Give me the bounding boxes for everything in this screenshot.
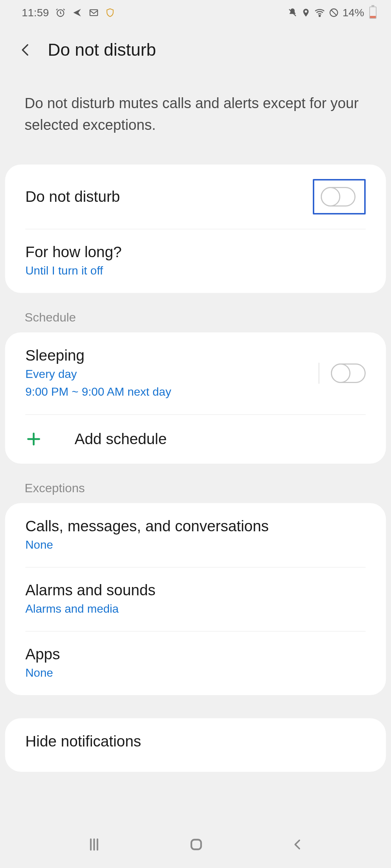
wifi-icon <box>314 7 325 18</box>
status-left: 11:59 <box>22 7 115 19</box>
dnd-toggle-focus <box>313 179 366 214</box>
duration-label: For how long? <box>25 243 366 261</box>
row-calls[interactable]: Calls, messages, and conversations None <box>5 503 386 567</box>
card-schedule: Sleeping Every day 9:00 PM ~ 9:00 AM nex… <box>5 332 386 463</box>
toggle-thumb <box>331 363 350 383</box>
shield-icon <box>105 8 115 17</box>
duration-value: Until I turn it off <box>25 263 366 278</box>
card-hide-notifications: Hide notifications <box>5 718 386 772</box>
sleeping-toggle[interactable] <box>331 363 366 383</box>
gmail-icon <box>89 8 99 18</box>
add-schedule-label: Add schedule <box>75 430 167 448</box>
nav-recents[interactable] <box>86 837 102 852</box>
battery-icon <box>369 7 377 19</box>
svg-rect-9 <box>192 840 201 850</box>
back-button[interactable] <box>18 42 33 58</box>
dnd-toggle[interactable] <box>321 187 356 207</box>
hide-notifications-title: Hide notifications <box>25 733 366 750</box>
sleeping-sub2: 9:00 PM ~ 9:00 AM next day <box>25 384 319 400</box>
row-alarms[interactable]: Alarms and sounds Alarms and media <box>5 567 386 631</box>
plus-icon <box>25 431 42 447</box>
send-icon <box>72 8 82 18</box>
location-icon <box>301 8 311 17</box>
toggle-thumb <box>321 187 340 207</box>
alarms-value: Alarms and media <box>25 601 366 617</box>
sleeping-sub1: Every day <box>25 366 319 382</box>
card-exceptions: Calls, messages, and conversations None … <box>5 503 386 695</box>
row-add-schedule[interactable]: Add schedule <box>5 414 386 464</box>
card-main: Do not disturb For how long? Until I tur… <box>5 165 386 293</box>
page-title: Do not disturb <box>48 40 156 60</box>
dnd-toggle-label: Do not disturb <box>25 188 313 205</box>
battery-text: 14% <box>342 7 364 19</box>
vertical-separator <box>319 363 319 384</box>
svg-rect-1 <box>90 10 98 16</box>
no-data-icon <box>329 8 339 18</box>
status-time: 11:59 <box>22 7 49 19</box>
mute-icon <box>287 8 298 18</box>
page-description: Do not disturb mutes calls and alerts ex… <box>0 71 391 165</box>
row-sleeping[interactable]: Sleeping Every day 9:00 PM ~ 9:00 AM nex… <box>5 332 386 414</box>
calls-title: Calls, messages, and conversations <box>25 518 366 535</box>
row-apps[interactable]: Apps None <box>5 631 386 695</box>
app-bar: Do not disturb <box>0 25 391 71</box>
calls-value: None <box>25 537 366 553</box>
alarms-title: Alarms and sounds <box>25 582 366 599</box>
section-header-exceptions: Exceptions <box>0 464 391 503</box>
navigation-bar <box>0 821 391 868</box>
row-dnd-toggle[interactable]: Do not disturb <box>5 165 386 229</box>
svg-point-2 <box>319 15 320 17</box>
row-hide-notifications[interactable]: Hide notifications <box>5 718 386 772</box>
apps-value: None <box>25 665 366 681</box>
status-bar: 11:59 14% <box>0 0 391 25</box>
row-duration[interactable]: For how long? Until I turn it off <box>5 229 386 293</box>
apps-title: Apps <box>25 646 366 663</box>
sleeping-title: Sleeping <box>25 347 319 364</box>
sleeping-toggle-group <box>319 363 366 384</box>
alarm-icon <box>55 8 66 18</box>
nav-home[interactable] <box>188 836 205 853</box>
status-right: 14% <box>287 7 377 19</box>
nav-back[interactable] <box>290 837 305 852</box>
section-header-schedule: Schedule <box>0 293 391 332</box>
